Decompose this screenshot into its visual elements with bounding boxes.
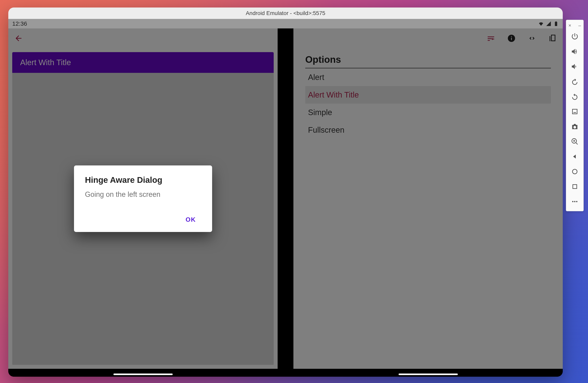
toolbar-close-button[interactable]: × [568,23,572,27]
toolbar-minimize-button[interactable]: – [578,23,582,27]
emulator-side-toolbar: × – [566,20,584,211]
battery-icon [553,21,559,26]
android-device: 12:36 Alert With Title [8,19,563,377]
alert-dialog: Hinge Aware Dialog Going on the left scr… [74,165,212,232]
emulator-window: Android Emulator - <build>:5575 12:36 [8,7,563,377]
signal-icon [546,21,551,26]
camera-icon[interactable] [568,119,582,134]
svg-point-6 [574,201,576,202]
hinge [278,28,294,369]
dialog-scrim[interactable]: Hinge Aware Dialog Going on the left scr… [8,28,278,369]
right-pane: Options AlertAlert With TitleSimpleFulls… [294,28,563,369]
hinge-panes: Alert With Title Hinge Aware Dialog Goin… [8,28,563,369]
wifi-icon [538,21,544,26]
dialog-actions: OK [85,212,201,227]
back-icon[interactable] [568,149,582,164]
power-icon[interactable] [568,29,582,44]
volume-up-icon[interactable] [568,45,582,59]
emulator-titlebar[interactable]: Android Emulator - <build>:5575 [8,7,563,19]
dialog-body: Going on the left screen [85,190,201,199]
nav-pill-left[interactable] [113,374,173,375]
status-time: 12:36 [12,20,27,27]
screenshot-page-icon[interactable] [568,104,582,119]
emulator-title: Android Emulator - <build>:5575 [246,10,325,16]
dialog-ok-button[interactable]: OK [181,212,201,227]
android-status-bar: 12:36 [8,19,563,28]
svg-point-7 [576,201,578,202]
home-icon[interactable] [568,164,582,179]
volume-down-icon[interactable] [568,59,582,74]
emulator-body: 12:36 Alert With Title [8,19,563,377]
left-pane: Alert With Title Hinge Aware Dialog Goin… [8,28,278,369]
side-window-controls: × – [566,22,584,29]
zoom-icon[interactable] [568,135,582,149]
svg-point-5 [572,201,574,202]
svg-rect-4 [573,185,577,189]
rotate-left-icon[interactable] [568,74,582,89]
status-icons [538,21,559,26]
overview-icon[interactable] [568,180,582,194]
nav-pill-right[interactable] [399,374,458,375]
android-nav-bar [8,369,563,377]
svg-point-3 [572,169,577,174]
right-scrim[interactable] [294,28,563,369]
more-icon[interactable] [568,194,582,209]
dialog-title: Hinge Aware Dialog [85,175,201,185]
rotate-right-icon[interactable] [568,90,582,104]
